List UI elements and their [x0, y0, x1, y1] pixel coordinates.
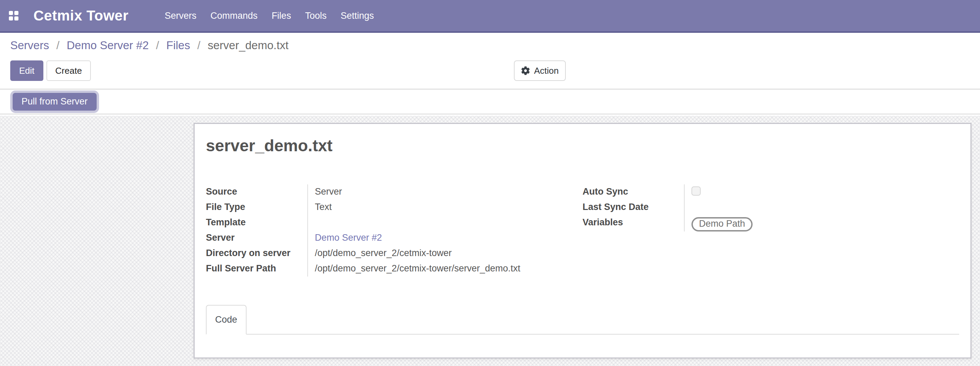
- variable-tag-demo-path[interactable]: Demo Path: [692, 217, 752, 231]
- control-panel: Servers / Demo Server #2 / Files / serve…: [0, 33, 980, 89]
- field-value-directory-on-server: /opt/demo_server_2/cetmix-tower: [307, 246, 582, 261]
- create-button[interactable]: Create: [46, 60, 91, 81]
- right-field-group: Auto Sync Last Sync Date Variables Demo …: [582, 185, 959, 277]
- tab-code[interactable]: Code: [206, 305, 247, 334]
- menu-settings[interactable]: Settings: [340, 11, 374, 21]
- field-label-template: Template: [206, 215, 307, 231]
- field-label-server: Server: [206, 231, 307, 246]
- auto-sync-checkbox[interactable]: [692, 186, 701, 196]
- field-label-directory-on-server: Directory on server: [206, 246, 307, 261]
- field-value-template: [307, 215, 582, 231]
- content-area: server_demo.txt Source Server File Type …: [0, 116, 980, 366]
- action-button[interactable]: Action: [514, 60, 566, 81]
- action-button-label: Action: [534, 65, 558, 76]
- field-value-file-type: Text: [307, 200, 582, 215]
- gear-icon: [521, 66, 530, 75]
- field-label-last-sync-date: Last Sync Date: [582, 200, 684, 215]
- field-value-full-server-path: /opt/demo_server_2/cetmix-tower/server_d…: [307, 261, 582, 277]
- breadcrumb: Servers / Demo Server #2 / Files / serve…: [10, 39, 970, 52]
- breadcrumb-demo-server-2[interactable]: Demo Server #2: [67, 39, 148, 52]
- record-title: server_demo.txt: [206, 136, 959, 155]
- field-label-source: Source: [206, 185, 307, 200]
- menu-servers[interactable]: Servers: [165, 11, 196, 21]
- breadcrumb-files[interactable]: Files: [166, 39, 190, 52]
- breadcrumb-separator: /: [156, 39, 159, 52]
- statusbar: Pull from Server: [0, 89, 980, 115]
- apps-grid-square: [14, 16, 18, 21]
- left-field-group: Source Server File Type Text Template Se…: [206, 185, 582, 277]
- menu-files[interactable]: Files: [272, 11, 291, 21]
- field-value-last-sync-date: [684, 200, 959, 215]
- breadcrumb-separator: /: [56, 39, 59, 52]
- main-menu: Servers Commands Files Tools Settings: [165, 11, 374, 21]
- edit-button[interactable]: Edit: [10, 60, 43, 81]
- field-value-auto-sync: [684, 185, 959, 200]
- field-label-auto-sync: Auto Sync: [582, 185, 684, 200]
- pull-from-server-button[interactable]: Pull from Server: [13, 93, 97, 111]
- field-value-server: Demo Server #2: [307, 231, 582, 246]
- app-brand[interactable]: Cetmix Tower: [33, 8, 128, 24]
- apps-grid-square: [9, 11, 13, 15]
- field-label-file-type: File Type: [206, 200, 307, 215]
- apps-grid-icon[interactable]: [9, 11, 18, 21]
- form-sheet: server_demo.txt Source Server File Type …: [194, 123, 972, 358]
- menu-commands[interactable]: Commands: [210, 11, 258, 21]
- notebook-tabs: Code: [206, 305, 959, 334]
- apps-grid-square: [14, 11, 18, 15]
- field-groups: Source Server File Type Text Template Se…: [206, 185, 959, 277]
- toolbar: Edit Create Action: [10, 60, 970, 81]
- field-value-variables: Demo Path: [684, 215, 959, 231]
- breadcrumb-separator: /: [197, 39, 200, 52]
- field-label-full-server-path: Full Server Path: [206, 261, 307, 277]
- breadcrumb-current: server_demo.txt: [208, 39, 288, 52]
- field-value-source: Server: [307, 185, 582, 200]
- menu-tools[interactable]: Tools: [305, 11, 326, 21]
- field-label-variables: Variables: [582, 215, 684, 231]
- breadcrumb-servers[interactable]: Servers: [10, 39, 49, 52]
- apps-grid-square: [9, 16, 13, 21]
- top-navbar: Cetmix Tower Servers Commands Files Tool…: [0, 0, 980, 33]
- server-link[interactable]: Demo Server #2: [315, 232, 382, 243]
